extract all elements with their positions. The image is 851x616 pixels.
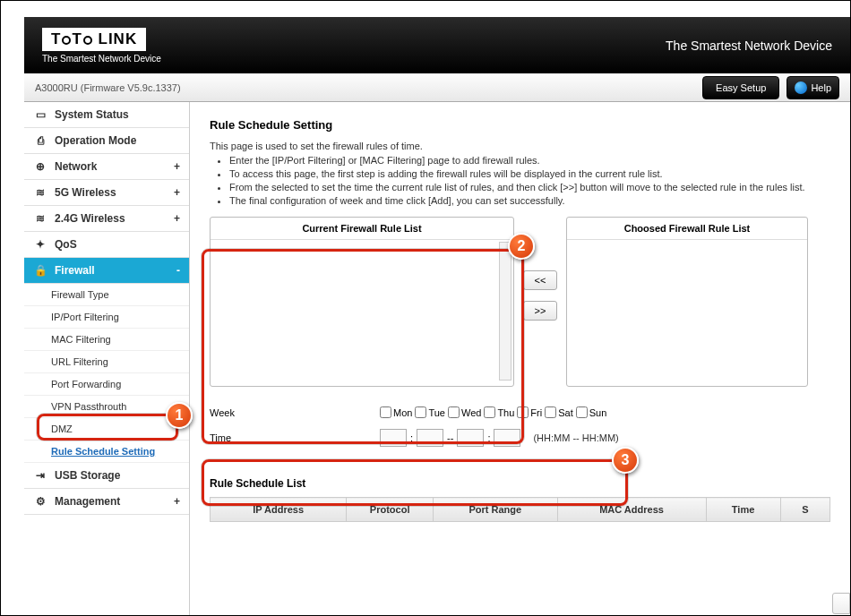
sidebar-item-system-status[interactable]: ▭System Status (24, 102, 189, 128)
sidebar-sub-portfwd[interactable]: Port Forwarding (24, 373, 189, 396)
partial-button[interactable] (832, 593, 850, 614)
time-label: Time (210, 432, 380, 443)
sidebar-item-24g[interactable]: ≋2.4G Wireless+ (24, 206, 189, 232)
help-icon (795, 81, 807, 94)
wifi-icon: ≋ (33, 212, 47, 225)
easy-setup-button[interactable]: Easy Setup (702, 76, 779, 99)
current-rule-list[interactable]: Current Firewall Rule List (210, 217, 514, 387)
wifi-icon: ≋ (33, 186, 47, 199)
weekday-checkboxes: Mon Tue Wed Thu Fri Sat Sun (380, 406, 606, 418)
badge-1: 1 (166, 402, 193, 429)
expand-icon: + (174, 160, 180, 173)
sidebar-sub-ipport[interactable]: IP/Port Filtering (24, 306, 189, 329)
header-tagline: The Smartest Network Device (666, 38, 832, 53)
model-firmware: A3000RU (Firmware V5.9c.1337) (35, 82, 181, 93)
mode-icon: ⎙ (33, 134, 47, 147)
col-portrange: Port Range (434, 498, 557, 522)
time-start-mm[interactable] (417, 429, 443, 447)
intro-list: Enter the [IP/Port Filtering] or [MAC Fi… (229, 155, 830, 206)
expand-icon: + (174, 212, 180, 225)
day-wed[interactable]: Wed (448, 406, 481, 418)
intro-text: This page is used to set the firewall ru… (210, 141, 830, 151)
col-mac: MAC Address (557, 498, 706, 522)
sidebar-item-qos[interactable]: ✦QoS (24, 232, 189, 258)
badge-3: 3 (612, 447, 639, 474)
collapse-icon: - (176, 264, 180, 277)
info-bar: A3000RU (Firmware V5.9c.1337) Easy Setup… (24, 73, 850, 102)
day-sun[interactable]: Sun (576, 406, 607, 418)
sidebar-sub-url[interactable]: URL Filtering (24, 351, 189, 373)
sidebar-sub-firewall-type[interactable]: Firewall Type (24, 284, 189, 306)
usb-icon: ⇥ (33, 469, 47, 482)
schedule-table: IP Address Protocol Port Range MAC Addre… (210, 497, 830, 522)
day-thu[interactable]: Thu (484, 406, 514, 418)
col-s: S (780, 498, 830, 522)
day-mon[interactable]: Mon (380, 406, 412, 418)
brand-logo: TT LINK The Smartest Network Device (42, 28, 161, 64)
time-start-hh[interactable] (380, 429, 407, 447)
time-end-hh[interactable] (457, 429, 484, 447)
expand-icon: + (174, 495, 180, 508)
qos-icon: ✦ (33, 238, 47, 251)
scrollbar[interactable] (499, 242, 511, 381)
lock-icon: 🔒 (33, 264, 47, 277)
sidebar-sub-dmz[interactable]: DMZ (24, 418, 189, 441)
network-icon: ⊕ (33, 160, 47, 173)
sidebar-sub-mac[interactable]: MAC Filtering (24, 329, 189, 351)
move-right-button[interactable]: >> (523, 301, 557, 321)
schedule-list-title: Rule Schedule List (210, 477, 830, 490)
sidebar-item-network[interactable]: ⊕Network+ (24, 154, 189, 180)
sidebar: ▭System Status ⎙Operation Mode ⊕Network+… (24, 102, 190, 615)
help-button[interactable]: Help (787, 76, 839, 99)
week-label: Week (210, 407, 380, 418)
status-icon: ▭ (33, 108, 47, 121)
move-left-button[interactable]: << (523, 270, 557, 290)
sidebar-item-operation-mode[interactable]: ⎙Operation Mode (24, 128, 189, 154)
brand-tagline: The Smartest Network Device (42, 54, 161, 64)
sidebar-item-5g[interactable]: ≋5G Wireless+ (24, 180, 189, 206)
time-hint: (HH:MM -- HH:MM) (533, 432, 618, 443)
sidebar-item-usb[interactable]: ⇥USB Storage (24, 463, 189, 489)
col-protocol: Protocol (347, 498, 434, 522)
day-fri[interactable]: Fri (517, 406, 542, 418)
choosed-rule-list[interactable]: Choosed Firewall Rule List (566, 217, 808, 387)
day-sat[interactable]: Sat (545, 406, 573, 418)
time-end-mm[interactable] (494, 429, 520, 447)
col-ip: IP Address (211, 498, 347, 522)
sidebar-item-firewall[interactable]: 🔒Firewall- (24, 258, 189, 284)
day-tue[interactable]: Tue (415, 406, 445, 418)
current-list-title: Current Firewall Rule List (211, 218, 513, 239)
badge-2: 2 (508, 233, 535, 260)
col-time: Time (706, 498, 780, 522)
content-area: Rule Schedule Setting This page is used … (190, 102, 850, 615)
header-bar: TT LINK The Smartest Network Device The … (24, 17, 850, 73)
choosed-list-title: Choosed Firewall Rule List (567, 218, 807, 239)
sidebar-sub-rule-schedule[interactable]: Rule Schedule Setting (24, 441, 189, 463)
gear-icon: ⚙ (33, 495, 47, 508)
page-title: Rule Schedule Setting (210, 118, 830, 132)
sidebar-sub-vpn[interactable]: VPN Passthrouth (24, 396, 189, 418)
sidebar-item-management[interactable]: ⚙Management+ (24, 489, 189, 515)
expand-icon: + (174, 186, 180, 199)
